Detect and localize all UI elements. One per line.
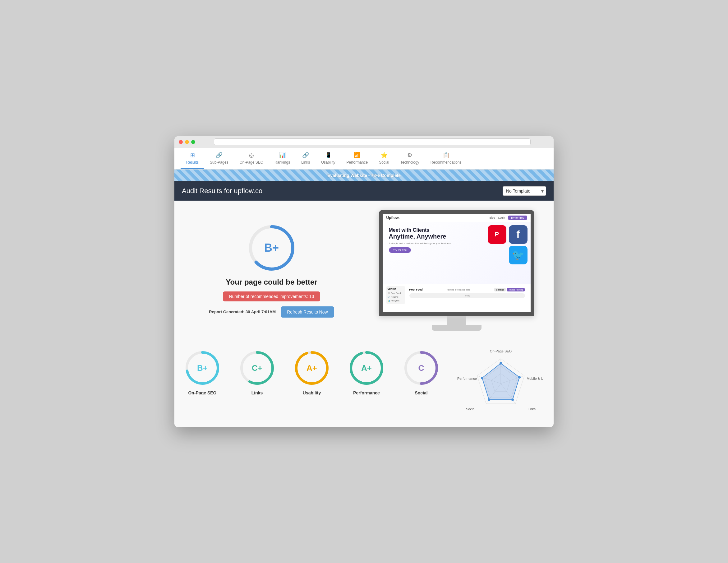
svg-marker-20	[482, 363, 519, 400]
results-icon: ⊞	[190, 152, 195, 159]
close-button[interactable]	[179, 140, 183, 144]
score-usability: A+ Usability	[293, 349, 330, 395]
today-bar: Today	[409, 293, 525, 298]
minimize-button[interactable]	[185, 140, 189, 144]
monitor: Upflow. Blog Login Try for free Meet wit…	[379, 210, 534, 331]
tab-freelance: Freelance	[455, 289, 465, 291]
radar-label-onpage: On-Page SEO	[490, 349, 512, 353]
score-social: C Social	[403, 349, 440, 395]
tab-links[interactable]: 🔗 Links	[296, 148, 316, 169]
post-feed-title: Post Feed	[409, 288, 423, 291]
svg-point-25	[481, 377, 483, 379]
radar-label-performance: Performance	[457, 377, 477, 381]
facebook-icon: f	[509, 225, 528, 244]
usability-icon: 📱	[325, 152, 332, 159]
left-panel: B+ Your page could be better Number of r…	[184, 210, 359, 331]
performance-icon: 📶	[354, 152, 361, 159]
technology-icon: ⚙	[407, 152, 412, 159]
traffic-lights	[179, 140, 195, 144]
template-select[interactable]: No Template E-commerce Blog Corporate	[503, 186, 546, 196]
post-feed-actions: Settings Phase Posting	[494, 288, 525, 292]
browser-window: ⊞ Results 🔗 Sub-Pages ◎ On-Page SEO 📊 Ra…	[174, 136, 554, 427]
upflow-nav-links: Blog Login Try for free	[490, 215, 527, 220]
right-panel: Upflow. Blog Login Try for free Meet wit…	[369, 210, 544, 331]
tab-technology[interactable]: ⚙ Technology	[395, 148, 425, 169]
monitor-stand	[379, 316, 534, 331]
onpage-seo-icon: ◎	[249, 152, 254, 159]
refresh-button[interactable]: Refresh Results Now	[281, 307, 334, 318]
tab-rankings[interactable]: 📊 Rankings	[269, 148, 296, 169]
main-content: B+ Your page could be better Number of r…	[174, 201, 554, 340]
progress-bar: Evaluating Website - 78% Complete	[174, 169, 554, 181]
monitor-neck	[447, 316, 466, 325]
hero-icons: P f 🐦	[488, 225, 528, 264]
report-generated: Report Generated: 30 April 7:01AM	[209, 310, 276, 314]
upflow-logo: Upflow.	[386, 215, 400, 220]
svg-point-21	[500, 362, 502, 365]
radar-label-social: Social	[466, 407, 475, 411]
radar-label-links: Links	[528, 407, 536, 411]
tab-routine: Routine	[447, 289, 454, 291]
upflow-try-btn[interactable]: Try for free	[508, 215, 527, 220]
rankings-icon: 📊	[279, 152, 286, 159]
svg-point-24	[488, 399, 490, 401]
tab-lead: lead	[466, 289, 470, 291]
sidebar-item-postfeed: 📰 Post Feed	[388, 292, 404, 295]
upflow-nav: Upflow. Blog Login Try for free	[383, 214, 531, 222]
twitter-icon: 🐦	[509, 246, 528, 264]
links-icon: 🔗	[302, 152, 309, 159]
tab-social[interactable]: ⭐ Social	[373, 148, 395, 169]
titlebar	[174, 136, 554, 148]
sidebar-item-analytics: 📊 Analytics	[388, 299, 404, 303]
circle-performance: A+	[348, 349, 385, 387]
svg-point-23	[511, 399, 514, 401]
sidebar-logo: Upflow.	[388, 288, 404, 290]
phase-posting-btn[interactable]: Phase Posting	[507, 288, 525, 292]
social-icon: ⭐	[381, 152, 388, 159]
template-select-wrapper: No Template E-commerce Blog Corporate	[503, 186, 546, 196]
report-row: Report Generated: 30 April 7:01AM Refres…	[209, 307, 334, 318]
subpages-icon: 🔗	[216, 152, 223, 159]
address-bar[interactable]	[214, 138, 531, 145]
radar-chart: On-Page SEO Mobile & UI Links Social Per…	[457, 349, 544, 418]
main-grade-circle: B+	[247, 223, 297, 273]
score-links: C+ Links	[238, 349, 276, 395]
recommendations-icon: 📋	[443, 152, 449, 159]
audit-header: Audit Results for upflow.co No Template …	[174, 181, 554, 201]
main-area-mini: Post Feed Routine Freelance lead Setting…	[408, 286, 527, 304]
post-feed-header: Post Feed Routine Freelance lead Setting…	[409, 288, 525, 292]
upflow-hero: Meet with Clients Anytime, Anywhere A si…	[383, 222, 531, 284]
score-performance: A+ Performance	[348, 349, 385, 395]
maximize-button[interactable]	[191, 140, 195, 144]
nav-tabs: ⊞ Results 🔗 Sub-Pages ◎ On-Page SEO 📊 Ra…	[174, 148, 554, 169]
monitor-base	[432, 325, 481, 331]
tab-results[interactable]: ⊞ Results	[181, 148, 204, 169]
hero-cta-button[interactable]: Try for free	[389, 247, 411, 253]
tab-performance[interactable]: 📶 Performance	[341, 148, 374, 169]
grade-message: Your page could be better	[226, 278, 317, 287]
circle-links: C+	[238, 349, 276, 387]
audit-title: Audit Results for upflow.co	[182, 187, 262, 195]
tab-recommendations[interactable]: 📋 Recommendations	[425, 148, 467, 169]
scores-row: B+ On-Page SEO C+ Links	[184, 349, 544, 418]
tab-usability[interactable]: 📱 Usability	[316, 148, 341, 169]
svg-point-22	[518, 376, 521, 379]
circle-onpage-seo: B+	[184, 349, 221, 387]
sidebar-item-routine: 🔄 Routine	[388, 295, 404, 299]
scores-section: B+ On-Page SEO C+ Links	[174, 340, 554, 427]
nav-login: Login	[498, 216, 505, 219]
tab-subpages[interactable]: 🔗 Sub-Pages	[204, 148, 234, 169]
screen-content: Upflow. Blog Login Try for free Meet wit…	[383, 214, 531, 312]
monitor-screen: Upflow. Blog Login Try for free Meet wit…	[379, 210, 534, 316]
upflow-bottom: Upflow. 📰 Post Feed 🔄 Routine 📊 Analytic…	[383, 284, 531, 306]
radar-label-mobile: Mobile & UI	[527, 377, 544, 381]
nav-blog: Blog	[490, 216, 495, 219]
tab-onpage-seo[interactable]: ◎ On-Page SEO	[234, 148, 269, 169]
circle-social: C	[403, 349, 440, 387]
settings-btn[interactable]: Settings	[494, 288, 506, 292]
improvements-badge: Number of recommended improvements: 13	[223, 292, 320, 302]
post-feed-tabs: Routine Freelance lead	[447, 289, 471, 291]
pinterest-icon: P	[488, 225, 506, 244]
score-onpage-seo: B+ On-Page SEO	[184, 349, 221, 395]
sidebar-mini: Upflow. 📰 Post Feed 🔄 Routine 📊 Analytic…	[386, 286, 405, 304]
